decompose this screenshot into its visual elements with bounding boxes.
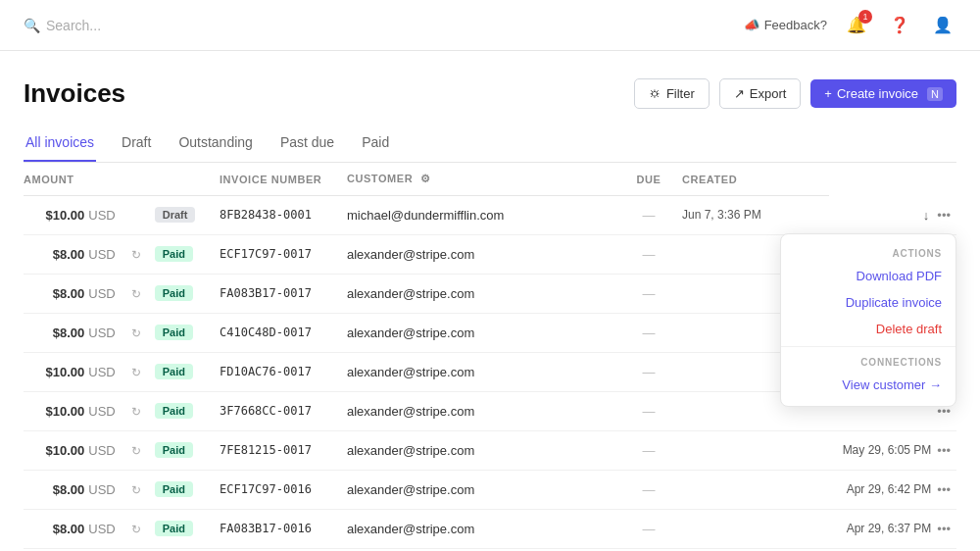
- table-header-row: AMOUNT INVOICE NUMBER CUSTOMER ⚙ DUE CRE…: [24, 163, 956, 196]
- table-row[interactable]: $10.00 USD Draft 8FB28438-0001 michael@d…: [24, 196, 956, 235]
- sync-icon-cell: ↻: [131, 234, 155, 274]
- invoice-number-cell: FA083B17-0017: [220, 274, 347, 313]
- date-value: May 29, 6:05 PM: [843, 443, 932, 457]
- currency-cell: USD: [88, 391, 130, 430]
- invoice-number-cell: 3F7668CC-0017: [220, 391, 347, 430]
- customer-cell[interactable]: alexander@stripe.com: [347, 470, 623, 509]
- invoice-number-cell: ECF17C97-0017: [220, 234, 347, 274]
- table-row[interactable]: $10.00 USD ↻ Paid 7FE81215-0017 alexande…: [24, 430, 956, 470]
- col-amount: AMOUNT: [24, 163, 220, 196]
- tab-paid[interactable]: Paid: [360, 126, 391, 162]
- filter-button[interactable]: ⛭ Filter: [634, 78, 710, 109]
- more-options-icon[interactable]: •••: [935, 206, 953, 225]
- status-badge: Paid: [155, 364, 193, 379]
- customer-cell[interactable]: alexander@stripe.com: [347, 313, 623, 352]
- customer-cell[interactable]: alexander@stripe.com: [347, 234, 623, 274]
- more-options-icon[interactable]: •••: [935, 441, 953, 460]
- created-cell: [682, 470, 829, 509]
- badge-cell: Paid: [155, 274, 220, 313]
- notification-badge: 1: [858, 10, 872, 24]
- search-input[interactable]: Search...: [46, 18, 101, 33]
- connections-section-label: CONNECTIONS: [781, 351, 956, 372]
- due-cell: —: [623, 274, 682, 313]
- header-right: 📣 Feedback? 🔔 1 ❓ 👤: [744, 12, 956, 39]
- header: 🔍 Search... 📣 Feedback? 🔔 1 ❓ 👤: [0, 0, 980, 51]
- badge-cell: Paid: [155, 391, 220, 430]
- badge-cell: Paid: [155, 313, 220, 352]
- main-content: Invoices ⛭ Filter ↗ Export + Create invo…: [0, 51, 980, 551]
- amount-cell: $8.00: [24, 274, 88, 313]
- sync-icon: ↻: [131, 483, 141, 497]
- actions-cell: Apr 29, 6:37 PM •••: [829, 509, 956, 548]
- keyboard-shortcut: N: [927, 87, 943, 101]
- amount-cell: $8.00: [24, 470, 88, 509]
- due-cell: —: [623, 313, 682, 352]
- invoice-number-cell: 7FE81215-0017: [220, 430, 347, 470]
- download-pdf-item[interactable]: Download PDF: [781, 263, 956, 289]
- amount-cell: $8.00: [24, 313, 88, 352]
- amount-cell: $8.00: [24, 234, 88, 274]
- table-row[interactable]: $8.00 USD ↻ Paid ECF17C97-0016 alexander…: [24, 470, 956, 509]
- due-cell: —: [623, 352, 682, 391]
- date-value: Apr 29, 6:42 PM: [847, 482, 932, 496]
- amount-cell: $10.00: [24, 430, 88, 470]
- due-cell: —: [623, 234, 682, 274]
- actions-cell: Apr 29, 6:42 PM •••: [829, 470, 956, 509]
- table-row[interactable]: $8.00 USD ↻ Paid FA083B17-0016 alexander…: [24, 509, 956, 548]
- tab-all-invoices[interactable]: All invoices: [24, 126, 96, 162]
- customer-settings-icon[interactable]: ⚙: [420, 173, 431, 184]
- help-button[interactable]: ❓: [886, 12, 913, 39]
- customer-cell[interactable]: alexander@stripe.com: [347, 391, 623, 430]
- badge-cell: Draft: [155, 196, 220, 235]
- user-avatar[interactable]: 👤: [929, 12, 956, 39]
- sync-icon: ↻: [131, 405, 141, 419]
- status-badge: Paid: [155, 521, 193, 536]
- status-badge: Paid: [155, 481, 193, 497]
- col-created: CREATED: [682, 163, 829, 196]
- amount-cell: $8.00: [24, 509, 88, 548]
- due-cell: —: [623, 430, 682, 470]
- more-options-icon[interactable]: •••: [935, 520, 953, 538]
- delete-draft-item[interactable]: Delete draft: [781, 316, 956, 342]
- dropdown-divider: [781, 346, 956, 347]
- duplicate-invoice-item[interactable]: Duplicate invoice: [781, 289, 956, 316]
- status-badge: Paid: [155, 246, 193, 262]
- more-options-icon[interactable]: •••: [935, 480, 953, 499]
- customer-cell[interactable]: alexander@stripe.com: [347, 430, 623, 470]
- col-invoice-number: INVOICE NUMBER: [220, 163, 347, 196]
- sync-icon: ↻: [131, 523, 141, 536]
- status-badge: Paid: [155, 403, 193, 419]
- tab-draft[interactable]: Draft: [120, 126, 153, 162]
- invoice-number-cell: FA083B17-0016: [220, 509, 347, 548]
- invoice-tabs: All invoices Draft Outstanding Past due …: [24, 126, 956, 163]
- customer-cell[interactable]: michael@dundermifflin.com: [347, 196, 623, 235]
- date-value: Apr 29, 6:37 PM: [847, 522, 932, 535]
- tab-past-due[interactable]: Past due: [278, 126, 336, 162]
- amount-cell: $10.00: [24, 352, 88, 391]
- dropdown-menu: ACTIONS Download PDF Duplicate invoice D…: [780, 233, 956, 407]
- create-invoice-button[interactable]: + Create invoice N: [810, 79, 956, 108]
- badge-cell: Paid: [155, 509, 220, 548]
- sync-icon-cell: ↻: [131, 470, 155, 509]
- sync-icon-cell: ↻: [131, 313, 155, 352]
- download-icon[interactable]: ↓: [921, 206, 932, 225]
- customer-cell[interactable]: alexander@stripe.com: [347, 274, 623, 313]
- search-bar[interactable]: 🔍 Search...: [24, 18, 101, 33]
- badge-cell: Paid: [155, 234, 220, 274]
- badge-cell: Paid: [155, 352, 220, 391]
- view-customer-item[interactable]: View customer →: [781, 372, 956, 398]
- invoices-table: AMOUNT INVOICE NUMBER CUSTOMER ⚙ DUE CRE…: [24, 163, 956, 551]
- sync-icon: ↻: [131, 287, 141, 301]
- feedback-button[interactable]: 📣 Feedback?: [744, 18, 827, 32]
- sync-icon: ↻: [131, 366, 141, 379]
- tab-outstanding[interactable]: Outstanding: [176, 126, 255, 162]
- currency-cell: USD: [88, 313, 130, 352]
- customer-cell[interactable]: alexander@stripe.com: [347, 352, 623, 391]
- sync-icon: ↻: [131, 248, 141, 262]
- notification-button[interactable]: 🔔 1: [843, 12, 870, 39]
- amount-cell: $10.00: [24, 196, 88, 235]
- export-button[interactable]: ↗ Export: [719, 78, 802, 109]
- customer-cell[interactable]: alexander@stripe.com: [347, 509, 623, 548]
- currency-cell: USD: [88, 352, 130, 391]
- currency-cell: USD: [88, 509, 130, 548]
